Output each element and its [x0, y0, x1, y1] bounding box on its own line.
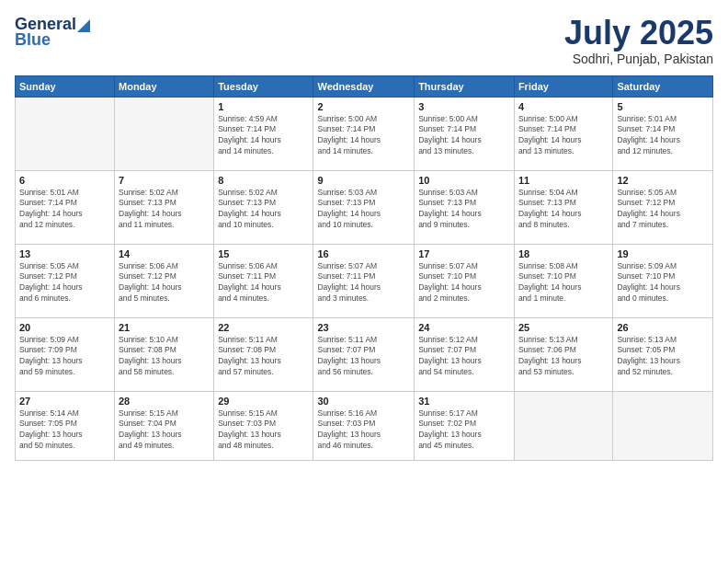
col-monday: Monday: [115, 75, 214, 97]
table-row: 25Sunrise: 5:13 AMSunset: 7:06 PMDayligh…: [514, 317, 612, 391]
day-number: 6: [19, 175, 110, 186]
col-wednesday: Wednesday: [313, 75, 415, 97]
subtitle: Sodhri, Punjab, Pakistan: [564, 52, 713, 66]
day-info: Sunrise: 5:06 AMSunset: 7:11 PMDaylight:…: [218, 261, 309, 305]
day-info: Sunrise: 5:04 AMSunset: 7:13 PMDaylight:…: [518, 188, 609, 232]
day-number: 11: [518, 175, 609, 186]
table-row: 21Sunrise: 5:10 AMSunset: 7:08 PMDayligh…: [115, 317, 214, 391]
col-tuesday: Tuesday: [214, 75, 313, 97]
table-row: 3Sunrise: 5:00 AMSunset: 7:14 PMDaylight…: [415, 97, 515, 170]
day-info: Sunrise: 5:17 AMSunset: 7:02 PMDaylight:…: [418, 408, 510, 453]
day-number: 31: [418, 396, 510, 407]
table-row: 17Sunrise: 5:07 AMSunset: 7:10 PMDayligh…: [415, 244, 515, 317]
day-info: Sunrise: 4:59 AMSunset: 7:14 PMDaylight:…: [218, 114, 309, 158]
day-number: 4: [518, 101, 609, 112]
day-number: 29: [218, 396, 309, 407]
day-number: 10: [418, 175, 510, 186]
table-row: 30Sunrise: 5:16 AMSunset: 7:03 PMDayligh…: [313, 391, 415, 460]
table-row: 16Sunrise: 5:07 AMSunset: 7:11 PMDayligh…: [313, 244, 415, 317]
day-number: 8: [218, 175, 309, 186]
day-info: Sunrise: 5:03 AMSunset: 7:13 PMDaylight:…: [317, 188, 410, 232]
table-row: 31Sunrise: 5:17 AMSunset: 7:02 PMDayligh…: [415, 391, 515, 460]
day-number: 26: [617, 322, 709, 333]
day-number: 19: [617, 248, 709, 259]
table-row: 19Sunrise: 5:09 AMSunset: 7:10 PMDayligh…: [613, 244, 713, 317]
day-info: Sunrise: 5:13 AMSunset: 7:06 PMDaylight:…: [518, 335, 609, 379]
day-number: 25: [518, 322, 609, 333]
day-info: Sunrise: 5:03 AMSunset: 7:13 PMDaylight:…: [418, 188, 510, 232]
table-row: [514, 391, 612, 460]
table-row: 29Sunrise: 5:15 AMSunset: 7:03 PMDayligh…: [214, 391, 313, 460]
table-row: [16, 97, 115, 170]
day-number: 7: [119, 175, 210, 186]
table-row: 6Sunrise: 5:01 AMSunset: 7:14 PMDaylight…: [16, 170, 115, 244]
table-row: 12Sunrise: 5:05 AMSunset: 7:12 PMDayligh…: [613, 170, 713, 244]
day-info: Sunrise: 5:00 AMSunset: 7:14 PMDaylight:…: [518, 114, 609, 158]
table-row: 28Sunrise: 5:15 AMSunset: 7:04 PMDayligh…: [115, 391, 214, 460]
day-info: Sunrise: 5:10 AMSunset: 7:08 PMDaylight:…: [119, 335, 210, 379]
table-row: 18Sunrise: 5:08 AMSunset: 7:10 PMDayligh…: [514, 244, 612, 317]
day-info: Sunrise: 5:01 AMSunset: 7:14 PMDaylight:…: [617, 114, 709, 158]
logo-line2: Blue: [15, 30, 51, 50]
day-info: Sunrise: 5:00 AMSunset: 7:14 PMDaylight:…: [317, 114, 410, 158]
table-row: 7Sunrise: 5:02 AMSunset: 7:13 PMDaylight…: [115, 170, 214, 244]
day-info: Sunrise: 5:16 AMSunset: 7:03 PMDaylight:…: [317, 408, 410, 453]
table-row: 27Sunrise: 5:14 AMSunset: 7:05 PMDayligh…: [16, 391, 115, 460]
day-info: Sunrise: 5:11 AMSunset: 7:08 PMDaylight:…: [218, 335, 309, 379]
table-row: 1Sunrise: 4:59 AMSunset: 7:14 PMDaylight…: [214, 97, 313, 170]
table-row: [613, 391, 713, 460]
day-number: 1: [218, 101, 309, 112]
day-number: 5: [617, 101, 709, 112]
day-number: 13: [19, 248, 110, 259]
day-number: 21: [119, 322, 210, 333]
day-info: Sunrise: 5:15 AMSunset: 7:03 PMDaylight:…: [218, 408, 309, 453]
table-row: 20Sunrise: 5:09 AMSunset: 7:09 PMDayligh…: [16, 317, 115, 391]
table-row: 2Sunrise: 5:00 AMSunset: 7:14 PMDaylight…: [313, 97, 415, 170]
table-row: [115, 97, 214, 170]
month-title: July 2025: [564, 15, 713, 52]
table-row: 5Sunrise: 5:01 AMSunset: 7:14 PMDaylight…: [613, 97, 713, 170]
calendar: Sunday Monday Tuesday Wednesday Thursday…: [15, 75, 713, 461]
day-number: 20: [19, 322, 110, 333]
table-row: 23Sunrise: 5:11 AMSunset: 7:07 PMDayligh…: [313, 317, 415, 391]
day-number: 23: [317, 322, 410, 333]
table-row: 9Sunrise: 5:03 AMSunset: 7:13 PMDaylight…: [313, 170, 415, 244]
table-row: 11Sunrise: 5:04 AMSunset: 7:13 PMDayligh…: [514, 170, 612, 244]
day-number: 27: [19, 396, 110, 407]
logo: General Blue: [15, 15, 90, 50]
day-number: 2: [317, 101, 410, 112]
day-number: 24: [418, 322, 510, 333]
header: General Blue July 2025 Sodhri, Punjab, P…: [15, 15, 713, 66]
day-number: 9: [317, 175, 410, 186]
day-info: Sunrise: 5:02 AMSunset: 7:13 PMDaylight:…: [218, 188, 309, 232]
day-info: Sunrise: 5:09 AMSunset: 7:10 PMDaylight:…: [617, 261, 709, 305]
day-info: Sunrise: 5:08 AMSunset: 7:10 PMDaylight:…: [518, 261, 609, 305]
page: General Blue July 2025 Sodhri, Punjab, P…: [0, 0, 728, 563]
table-row: 22Sunrise: 5:11 AMSunset: 7:08 PMDayligh…: [214, 317, 313, 391]
day-number: 16: [317, 248, 410, 259]
day-info: Sunrise: 5:06 AMSunset: 7:12 PMDaylight:…: [119, 261, 210, 305]
day-number: 18: [518, 248, 609, 259]
day-info: Sunrise: 5:11 AMSunset: 7:07 PMDaylight:…: [317, 335, 410, 379]
calendar-header-row: Sunday Monday Tuesday Wednesday Thursday…: [16, 75, 713, 97]
table-row: 4Sunrise: 5:00 AMSunset: 7:14 PMDaylight…: [514, 97, 612, 170]
table-row: 13Sunrise: 5:05 AMSunset: 7:12 PMDayligh…: [16, 244, 115, 317]
day-info: Sunrise: 5:07 AMSunset: 7:10 PMDaylight:…: [418, 261, 510, 305]
day-info: Sunrise: 5:07 AMSunset: 7:11 PMDaylight:…: [317, 261, 410, 305]
col-sunday: Sunday: [16, 75, 115, 97]
table-row: 10Sunrise: 5:03 AMSunset: 7:13 PMDayligh…: [415, 170, 515, 244]
title-block: July 2025 Sodhri, Punjab, Pakistan: [564, 15, 713, 66]
svg-marker-0: [77, 19, 90, 32]
day-info: Sunrise: 5:09 AMSunset: 7:09 PMDaylight:…: [19, 335, 110, 379]
day-info: Sunrise: 5:05 AMSunset: 7:12 PMDaylight:…: [19, 261, 110, 305]
day-number: 15: [218, 248, 309, 259]
col-friday: Friday: [514, 75, 612, 97]
day-number: 3: [418, 101, 510, 112]
day-info: Sunrise: 5:14 AMSunset: 7:05 PMDaylight:…: [19, 408, 110, 453]
table-row: 26Sunrise: 5:13 AMSunset: 7:05 PMDayligh…: [613, 317, 713, 391]
day-number: 22: [218, 322, 309, 333]
day-info: Sunrise: 5:01 AMSunset: 7:14 PMDaylight:…: [19, 188, 110, 232]
table-row: 15Sunrise: 5:06 AMSunset: 7:11 PMDayligh…: [214, 244, 313, 317]
day-number: 30: [317, 396, 410, 407]
col-saturday: Saturday: [613, 75, 713, 97]
